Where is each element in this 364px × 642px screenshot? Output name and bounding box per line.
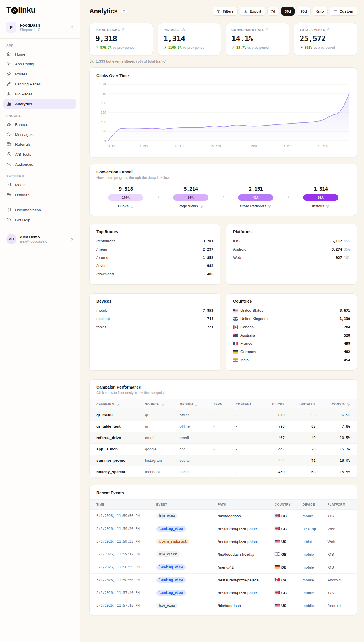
event-path: /bio/fooddash (214, 599, 271, 612)
filters-button[interactable]: Filters (213, 7, 238, 16)
list-item-label: tablet (96, 325, 106, 329)
table-row[interactable]: qr_menuqroffline--819536.5% (90, 409, 357, 421)
sidebar-item-media[interactable]: Media (3, 180, 76, 190)
info-icon[interactable] (327, 28, 330, 32)
event-badge: landing_view (156, 577, 186, 583)
column-header-label: MEDIUM (180, 403, 193, 406)
svg-text:800: 800 (101, 101, 106, 105)
info-icon[interactable] (268, 204, 271, 208)
user-menu[interactable]: AD Alex Demo alex@fooddash.io (3, 231, 76, 247)
bot-note-text: 1,333 bot events filtered (5% of total t… (96, 59, 166, 63)
list-item-value-wrap: 2,297 (203, 247, 213, 251)
sidebar-item-label: Referrals (15, 142, 31, 147)
table-row[interactable]: qr_table_tentqroffline--793627.8% (90, 421, 357, 432)
table-row: 3/1/2026, 11:59:33 PMstore_redirect/rest… (90, 535, 357, 548)
platforms-card: Platforms iOS5,11755%Android3,27435%Web9… (226, 224, 357, 285)
sidebar-item-referrals[interactable]: Referrals (3, 140, 76, 149)
sidebar-item-messages[interactable]: Messages (3, 130, 76, 139)
workspace-switcher[interactable]: F FoodDash Sitepact LLC (3, 20, 77, 35)
table-cell: google (141, 444, 176, 455)
sidebar-item-analytics[interactable]: Analytics (3, 99, 76, 109)
stat-delta: 902%vs prev period (300, 46, 351, 50)
column-header-label: CLICKS (272, 403, 284, 406)
table-cell: 15.5% (319, 466, 357, 478)
sidebar-item-app-config[interactable]: App Config (3, 59, 76, 69)
calendar-icon (334, 9, 338, 13)
info-icon[interactable] (194, 403, 198, 406)
sidebar-item-home[interactable]: Home (3, 49, 76, 59)
info-icon[interactable] (266, 28, 270, 32)
stat-card: INSTALLS1,3141105.5%vs prev period (158, 23, 221, 55)
workspace-org: Sitepact LLC (20, 28, 67, 32)
table-cell: cpc (176, 444, 210, 455)
export-button[interactable]: Export (240, 7, 265, 16)
list-item-value-wrap: 1,852 (203, 255, 213, 260)
range-button-6mo[interactable]: 6mo (313, 7, 328, 16)
chevrons-up-down-icon (70, 25, 74, 29)
sidebar-item-domains[interactable]: Domains (3, 190, 76, 200)
brand-suffix: linku (18, 6, 36, 15)
list-item-value-wrap: 3,701 (203, 239, 213, 243)
range-button-30d[interactable]: 30d (281, 7, 295, 16)
stat-value: 14.1% (231, 34, 283, 43)
svg-text:1.2K: 1.2K (99, 83, 106, 86)
list-item-label: iOS (233, 239, 240, 243)
info-icon[interactable] (200, 204, 203, 208)
sidebar-item-bio-pages[interactable]: Bio Pages (3, 89, 76, 99)
svg-text:15 Feb: 15 Feb (210, 144, 221, 147)
sidebar-item-label: App Config (15, 62, 34, 66)
info-icon[interactable] (347, 403, 350, 406)
sidebar-item-label: Landing Pages (15, 82, 41, 86)
brand-prefix: T (6, 6, 11, 15)
table-row[interactable]: summer_promoinstagramsocial--4447116.0% (90, 455, 357, 466)
event-device: mobile (299, 574, 324, 586)
table-cell: 16.0% (319, 455, 357, 466)
sidebar-item-routes[interactable]: Routes (3, 69, 76, 79)
info-icon[interactable] (130, 204, 134, 208)
sidebar-item-a-b-tests[interactable]: A/B Tests (3, 149, 76, 159)
info-icon[interactable] (122, 28, 125, 32)
table-cell: 49 (289, 432, 320, 444)
list-item: United Kingdom1,130 (233, 315, 350, 323)
sidebar-item-audiences[interactable]: Audiences (3, 159, 76, 169)
event-time: 3/1/2026, 11:59:50 PM (90, 522, 152, 535)
sidebar-item-label: Home (15, 52, 25, 56)
list-item-value-wrap: 3,27435% (332, 247, 350, 251)
chevron-right-icon (155, 195, 162, 199)
download-icon (244, 9, 248, 13)
column-header: COUNTRY (271, 500, 299, 510)
country-code: GB (281, 527, 287, 531)
column-header: MEDIUM (176, 399, 210, 409)
table-row[interactable]: holiday_specialfacebooksocial--4396815.5… (90, 466, 357, 478)
table-row: 3/1/2026, 11:59:17 PMbio_click/bio/foodd… (90, 548, 357, 561)
custom-range-button[interactable]: Custom (330, 7, 357, 16)
sidebar-item-landing-pages[interactable]: Landing Pages (3, 79, 76, 89)
list-item-value: 721 (207, 325, 213, 329)
list-item: Germany482 (233, 348, 350, 356)
sidebar-nav: APPHomeApp ConfigRoutesLanding PagesBio … (0, 39, 80, 200)
range-button-90d[interactable]: 90d (297, 7, 310, 16)
info-icon[interactable] (326, 204, 329, 208)
column-header-label: CONTENT (235, 403, 251, 406)
sidebar-item-get-help[interactable]: Get Help (3, 215, 76, 225)
event-platform: iOS (323, 586, 357, 599)
sidebar-item-documentation[interactable]: Documentation (3, 205, 76, 215)
info-icon[interactable] (160, 403, 164, 406)
info-icon[interactable] (182, 28, 185, 32)
stat-delta-suffix: vs prev period (313, 46, 335, 50)
sidebar-item-banners[interactable]: Banners (3, 120, 76, 129)
table-row[interactable]: app_launchgooglecpc--4477015.7% (90, 444, 357, 455)
list-item-label: Web (233, 255, 241, 260)
info-icon[interactable] (115, 403, 119, 406)
campaign-performance-card: Campaign Performance Click a row to filt… (89, 379, 357, 478)
table-cell: 53 (289, 409, 320, 421)
help-button[interactable]: ? (121, 8, 127, 15)
column-header: TIME (90, 500, 152, 510)
flag-gb-icon (275, 591, 280, 594)
table-cell: 15.7% (319, 444, 357, 455)
list-item-value-wrap: 7,853 (203, 308, 213, 313)
list-item-value-wrap: 498 (344, 341, 350, 346)
range-button-7d[interactable]: 7d (267, 7, 279, 16)
table-row[interactable]: referral_driveemailemail--4674910.5% (90, 432, 357, 444)
list-item: Web92710% (233, 253, 350, 262)
